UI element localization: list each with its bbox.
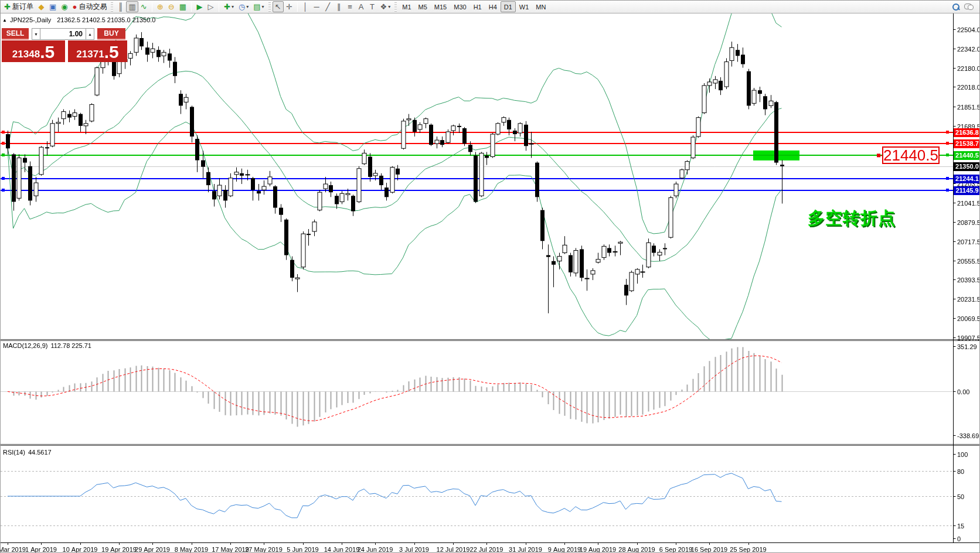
templates-icon: ▤ xyxy=(253,3,260,11)
tf-h4-button[interactable]: H4 xyxy=(485,1,501,12)
zoom-in-icon: ⊕ xyxy=(157,3,164,11)
chart-bars-icon: ║ xyxy=(118,3,123,11)
toolbar-separator xyxy=(219,2,219,12)
tf-m5-button[interactable]: M5 xyxy=(415,1,431,12)
text-label-button[interactable]: T xyxy=(367,1,378,12)
tile-windows-icon: ▦ xyxy=(179,3,186,11)
tf-m30-button[interactable]: M30 xyxy=(450,1,469,12)
price-line-label: 21636.8 xyxy=(954,128,980,137)
signals-icon: ◉ xyxy=(61,3,67,11)
trendline-button[interactable]: ╱ xyxy=(322,1,334,12)
toolbar-separator xyxy=(297,2,298,12)
tf-h1-button[interactable]: H1 xyxy=(470,1,485,12)
new-order-button[interactable]: ✚ 新订单 xyxy=(2,1,36,12)
arrows-icon: ❖ xyxy=(380,3,387,11)
tf-w1-button[interactable]: W1 xyxy=(516,1,533,12)
chat-button[interactable] xyxy=(962,1,975,12)
toolbar-grip xyxy=(394,2,397,12)
text-button[interactable]: A xyxy=(356,1,367,12)
toolbar-separator xyxy=(191,2,192,12)
rsi-value: 44.5617 xyxy=(28,449,52,456)
mt4-window: ✚ 新订单 ◆ ▣ ◉ ● 自动交易 ║ ▥ ∿ ⊕ ⊖ ▦ ▶ ▷ ✚▾ ◷▾… xyxy=(0,0,980,553)
price-callout-box[interactable]: 21440.5 xyxy=(882,146,940,164)
chart-bars-button[interactable]: ║ xyxy=(115,1,126,12)
templates-button[interactable]: ▤▾ xyxy=(251,1,266,12)
search-icon xyxy=(952,4,959,11)
new-order-label: 新订单 xyxy=(12,2,33,12)
sell-button[interactable]: SELL xyxy=(2,28,29,40)
metaeditor-button[interactable]: ◆ xyxy=(36,1,47,12)
chart-candles-icon: ▥ xyxy=(128,3,135,11)
tf-d1-button[interactable]: D1 xyxy=(501,1,516,12)
chart-title: ▲ JPN225-,Daily 21362.5 21402.5 21035.0 … xyxy=(2,16,155,23)
text-label-icon: T xyxy=(370,3,375,11)
autoscroll-icon: ▶ xyxy=(197,3,203,11)
channel-icon: ∥ xyxy=(337,3,341,11)
horizontal-line-icon: ─ xyxy=(314,3,319,11)
price-line-label: 21538.7 xyxy=(954,139,980,148)
zoom-in-button[interactable]: ⊕ xyxy=(155,1,166,12)
toolbar-grip xyxy=(111,2,113,12)
fibonacci-icon: ≡ xyxy=(348,3,352,11)
macd-indicator-label: MACD(12,26,9)112.78 225.71 xyxy=(3,342,91,349)
autotrading-icon: ● xyxy=(73,3,77,11)
sell-price-main: 21348 xyxy=(12,48,40,61)
tile-windows-button[interactable]: ▦ xyxy=(177,1,189,12)
one-click-trading-panel: SELL ▼ 1.00 ▲ BUY 21348 .5 21371 .5 xyxy=(2,28,127,62)
vertical-line-icon: │ xyxy=(303,3,308,11)
market-button[interactable]: ▣ xyxy=(47,1,59,12)
chart-area: ▲ JPN225-,Daily 21362.5 21402.5 21035.0 … xyxy=(1,13,980,553)
toolbar-separator xyxy=(152,2,152,12)
text-annotation[interactable]: 多空转折点 xyxy=(808,207,896,230)
buy-price[interactable]: 21371 .5 xyxy=(68,40,127,62)
text-icon: A xyxy=(359,3,364,11)
zoom-out-button[interactable]: ⊖ xyxy=(166,1,177,12)
toolbar: ✚ 新订单 ◆ ▣ ◉ ● 自动交易 ║ ▥ ∿ ⊕ ⊖ ▦ ▶ ▷ ✚▾ ◷▾… xyxy=(1,1,980,13)
tf-m15-button[interactable]: M15 xyxy=(431,1,450,12)
autotrading-button[interactable]: ● 自动交易 xyxy=(70,1,110,12)
zoom-out-icon: ⊖ xyxy=(168,3,175,11)
cursor-icon: ↖ xyxy=(275,3,281,11)
cursor-button[interactable]: ↖ xyxy=(273,1,284,12)
metaeditor-icon: ◆ xyxy=(38,3,44,11)
clock-icon: ◷ xyxy=(239,3,245,11)
macd-name: MACD(12,26,9) xyxy=(3,342,47,349)
periods-button[interactable]: ◷▾ xyxy=(236,1,251,12)
horizontal-line-button[interactable]: ─ xyxy=(311,1,322,12)
macd-values: 112.78 225.71 xyxy=(50,342,91,349)
rsi-indicator-label: RSI(14)44.5617 xyxy=(3,449,52,456)
search-button[interactable] xyxy=(950,1,962,12)
price-line-label: 21244.1 xyxy=(954,175,980,183)
signals-button[interactable]: ◉ xyxy=(59,1,70,12)
volume-down-button[interactable]: ▼ xyxy=(32,28,40,40)
arrows-button[interactable]: ❖▾ xyxy=(378,1,393,12)
chart-candles-button[interactable]: ▥ xyxy=(126,1,138,12)
buy-button[interactable]: BUY xyxy=(97,28,125,40)
chart-canvas[interactable] xyxy=(1,13,980,553)
chevron-down-icon: ▾ xyxy=(388,4,390,9)
collapse-arrow-icon[interactable]: ▲ xyxy=(2,18,7,23)
rsi-name: RSI(14) xyxy=(3,449,25,456)
market-icon: ▣ xyxy=(49,3,56,11)
tf-m1-button[interactable]: M1 xyxy=(399,1,414,12)
indicators-button[interactable]: ✚▾ xyxy=(222,1,236,12)
volume-up-button[interactable]: ▲ xyxy=(86,28,94,40)
toolbar-grip xyxy=(268,2,271,12)
buy-price-main: 21371 xyxy=(76,48,104,61)
fibonacci-button[interactable]: ≡ xyxy=(345,1,356,12)
autotrading-label: 自动交易 xyxy=(79,2,107,12)
channel-button[interactable]: ∥ xyxy=(334,1,345,12)
indicators-icon: ✚ xyxy=(224,3,230,11)
crosshair-button[interactable]: ✛ xyxy=(284,1,295,12)
chart-line-icon: ∿ xyxy=(141,3,147,11)
autoscroll-button[interactable]: ▶ xyxy=(194,1,205,12)
chart-line-button[interactable]: ∿ xyxy=(138,1,149,12)
sell-price[interactable]: 21348 .5 xyxy=(2,40,65,62)
symbol-period-label: JPN225-,Daily xyxy=(10,16,51,23)
vertical-line-button[interactable]: │ xyxy=(300,1,311,12)
chat-icon xyxy=(964,4,972,10)
buy-price-frac: .5 xyxy=(104,43,119,61)
tf-mn-button[interactable]: MN xyxy=(532,1,549,12)
volume-input[interactable]: 1.00 xyxy=(40,28,86,40)
chart-shift-button[interactable]: ▷ xyxy=(205,1,216,12)
